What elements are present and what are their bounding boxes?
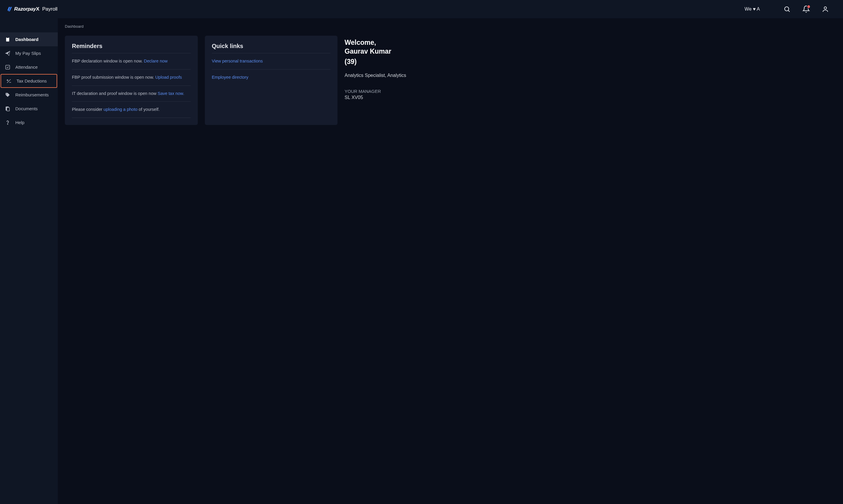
reminder-link-save-tax[interactable]: Save tax now. <box>158 91 184 96</box>
quicklink-transactions[interactable]: View personal transactions <box>212 53 331 69</box>
notification-dot <box>807 5 811 8</box>
sidebar-item-attendance[interactable]: Attendance <box>0 60 58 74</box>
reminder-item: FBP proof submission window is open now.… <box>72 69 191 86</box>
profile-icon[interactable] <box>822 5 829 13</box>
sidebar-item-label: Reimbursements <box>15 92 49 97</box>
reminders-card: Reminders FBP declaration window is open… <box>65 36 198 125</box>
logo-product-text: Payroll <box>42 6 57 12</box>
reminder-item: Please consider uploading a photo of you… <box>72 102 191 118</box>
sidebar-item-label: Tax Deductions <box>17 78 47 84</box>
tag-icon <box>5 92 11 98</box>
question-icon <box>5 120 11 126</box>
search-icon[interactable] <box>784 5 791 13</box>
document-icon <box>5 106 11 112</box>
breadcrumb[interactable]: Dashboard <box>65 24 338 29</box>
notifications-icon[interactable] <box>802 5 810 13</box>
reminder-item: IT declaration and proof window is open … <box>72 86 191 102</box>
user-name: Gaurav Kumar <box>344 47 427 56</box>
sidebar-item-help[interactable]: Help <box>0 115 58 129</box>
user-role: Analytics Specialist, Analytics <box>344 73 427 78</box>
svg-line-1 <box>788 10 790 12</box>
sidebar-item-label: Documents <box>15 106 38 111</box>
user-panel: Welcome, Gaurav Kumar (39) Analytics Spe… <box>344 24 427 498</box>
sidebar-item-label: Attendance <box>15 65 38 70</box>
sidebar-item-label: My Pay Slips <box>15 51 41 56</box>
svg-point-13 <box>7 124 8 124</box>
svg-rect-4 <box>7 37 8 38</box>
clipboard-icon <box>5 37 11 42</box>
svg-point-0 <box>785 7 789 11</box>
topbar-actions <box>784 5 829 13</box>
plus-minus-icon <box>6 78 12 84</box>
sidebar-item-pay-slips[interactable]: My Pay Slips <box>0 46 58 60</box>
logo[interactable]: RazorpayX Payroll <box>7 6 57 12</box>
quicklink-directory[interactable]: Employee directory <box>212 69 331 86</box>
manager-label: YOUR MANAGER <box>344 89 427 94</box>
reminders-title: Reminders <box>72 43 191 50</box>
sidebar-item-label: Dashboard <box>15 37 38 42</box>
reminder-item: FBP declaration window is open now. Decl… <box>72 53 191 69</box>
sidebar-item-dashboard[interactable]: Dashboard <box>0 32 58 46</box>
main-content: Dashboard Reminders FBP declaration wind… <box>58 18 843 504</box>
org-label[interactable]: We ♥ A <box>745 6 760 12</box>
razorpay-logo-icon <box>7 6 12 12</box>
sidebar-item-label: Help <box>15 120 24 125</box>
checkbox-icon <box>5 64 11 70</box>
sidebar-item-reimbursements[interactable]: Reimbursements <box>0 88 58 102</box>
welcome-label: Welcome, <box>344 38 427 47</box>
paper-plane-icon <box>5 50 11 56</box>
reminder-link-upload-proofs[interactable]: Upload proofs <box>155 75 182 79</box>
sidebar: Dashboard My Pay Slips Attendance Tax De… <box>0 18 58 504</box>
quicklinks-card: Quick links View personal transactions E… <box>205 36 338 125</box>
sidebar-item-tax-deductions[interactable]: Tax Deductions <box>1 74 57 88</box>
reminder-link-declare[interactable]: Declare now <box>144 59 168 64</box>
svg-rect-3 <box>6 37 10 41</box>
svg-point-10 <box>6 93 7 94</box>
svg-point-2 <box>824 7 826 9</box>
user-id: (39) <box>344 58 427 66</box>
sidebar-item-documents[interactable]: Documents <box>0 102 58 115</box>
quicklinks-title: Quick links <box>212 43 331 50</box>
manager-name: SL XV05 <box>344 95 427 100</box>
svg-rect-12 <box>7 107 10 111</box>
logo-brand-text: RazorpayX <box>14 6 39 12</box>
reminder-link-upload-photo[interactable]: uploading a photo <box>104 107 137 112</box>
topbar: RazorpayX Payroll We ♥ A <box>0 0 843 18</box>
svg-rect-5 <box>5 65 10 69</box>
